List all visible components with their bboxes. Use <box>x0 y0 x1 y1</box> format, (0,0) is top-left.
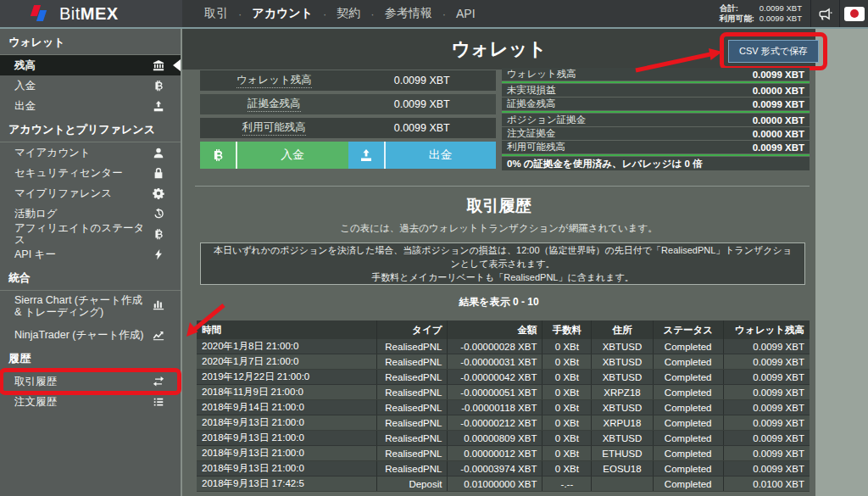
sidebar-item-user[interactable]: マイアカウント <box>0 142 181 163</box>
section-divider <box>195 186 810 187</box>
sidebar-item-bank[interactable]: 残高 <box>0 55 181 75</box>
summary-row: 証拠金残高0.0099 XBT <box>502 98 810 110</box>
sidebar-item-swap[interactable]: 取引履歴 <box>0 371 181 392</box>
table-cell: Completed <box>654 415 724 430</box>
sidebar-item-lock[interactable]: セキュリティセンター <box>0 163 181 183</box>
nav-item-account[interactable]: アカウント <box>242 6 323 21</box>
table-cell: 0 XBt <box>542 446 592 460</box>
table-cell: Completed <box>654 461 724 476</box>
sidebar-item-bar-chart[interactable]: Sierra Chart (チャート作成 & トレーディング) <box>0 291 181 325</box>
nav-item-trade[interactable]: 取引 <box>194 6 238 21</box>
table-cell: 0 XBt <box>542 354 592 369</box>
table-cell: RealisedPNL <box>377 400 448 415</box>
table-row: 2018年9月13日 17:42:5Deposit0.01000000 XBT-… <box>197 476 810 492</box>
summary-label: 注文証拠金 <box>507 127 556 140</box>
balance-value: 0.0099 XBT <box>394 75 450 86</box>
table-row: 2019年12月22日 21:00:0RealisedPNL-0.0000004… <box>197 370 810 385</box>
japan-flag-icon <box>844 7 865 21</box>
table-cell: XBTUSD <box>592 354 653 369</box>
table-cell: -.-- <box>542 476 592 491</box>
table-cell: 2018年9月13日 21:00:0 <box>197 461 377 476</box>
sidebar-item-history[interactable]: 活動ログ <box>0 203 181 224</box>
table-cell: XRPU18 <box>592 415 653 430</box>
table-cell: 2018年9月13日 17:42:5 <box>197 476 377 491</box>
language-selector[interactable] <box>839 0 868 27</box>
megaphone-icon <box>818 7 832 21</box>
summary-label: 未実現損益 <box>507 84 556 97</box>
sidebar-item-label: API キー <box>14 248 152 260</box>
sidebar-item-label: アフィリエイトのステータス <box>14 222 152 247</box>
sidebar-item-label: 残高 <box>14 59 152 71</box>
sidebar-item-list[interactable]: 注文履歴 <box>0 392 181 412</box>
green-divider <box>502 154 810 156</box>
column-header: タイプ <box>377 320 448 339</box>
sidebar: ウォレット残高入金出金アカウントとプリファレンスマイアカウントセキュリティセンタ… <box>0 29 182 496</box>
table-cell: RealisedPNL <box>377 354 448 369</box>
sidebar-item-bitcoin[interactable]: 入金 <box>0 75 181 96</box>
table-cell: Completed <box>654 431 724 445</box>
sidebar-item-label: 入金 <box>14 80 152 92</box>
table-row: 2018年9月13日 21:00:0RealisedPNL0.00000809 … <box>197 431 810 446</box>
summary-value: 0.0099 XBT <box>753 70 804 80</box>
bar-chart-icon <box>152 298 165 311</box>
bitcoin-icon <box>152 79 165 92</box>
table-cell: 0 XBt <box>542 461 592 476</box>
nav-item-api[interactable]: API <box>446 7 486 20</box>
table-row: 2018年9月13日 21:00:0RealisedPNL-0.00000212… <box>197 415 810 431</box>
brand-name: BitMEX <box>59 4 119 24</box>
brand[interactable]: BitMEX <box>0 0 182 27</box>
table-cell: 0 XBt <box>542 370 592 384</box>
table-cell: -0.00000031 XBT <box>448 354 542 369</box>
summary-value: 0.0099 XBT <box>753 142 804 153</box>
nav-item-contracts[interactable]: 契約 <box>326 6 370 21</box>
deposit-button[interactable]: 入金 <box>200 142 348 169</box>
sidebar-item-upload[interactable]: 出金 <box>0 96 181 116</box>
active-item-marker <box>173 59 181 71</box>
swap-icon <box>152 375 165 388</box>
table-cell: XBTUSD <box>592 431 653 445</box>
history-note: 本日いずれかのポジションを決済した場合、当該ポジションの損益は、12:00（協定… <box>200 242 805 285</box>
available-value: 0.0099 XBT <box>760 14 802 24</box>
summary-row: ウォレット残高0.0099 XBT <box>502 68 810 81</box>
summary-row: ポジション証拠金0.0000 XBT <box>502 114 810 126</box>
table-row: 2020年1月8日 21:00:0RealisedPNL-0.00000028 … <box>197 339 810 354</box>
history-title: 取引履歴 <box>182 195 815 217</box>
balance-panel: ウォレット残高0.0099 XBT証拠金残高0.0099 XBT利用可能残高0.… <box>200 70 496 169</box>
total-value: 0.0099 XBT <box>760 3 802 14</box>
summary-row: 注文証拠金0.0000 XBT <box>502 127 810 140</box>
table-cell: Completed <box>654 354 724 369</box>
sidebar-item-line-chart[interactable]: NinjaTrader (チャート作成) <box>0 325 181 345</box>
top-navbar: BitMEX 取引· アカウント· 契約· 参考情報· API 合計: 0.00… <box>0 0 868 29</box>
sidebar-item-bolt[interactable]: API キー <box>0 244 181 265</box>
upload-icon <box>348 142 386 169</box>
sidebar-section-title: 履歴 <box>0 345 181 371</box>
table-cell: Deposit <box>377 476 448 491</box>
table-cell: 0 XBt <box>542 385 592 399</box>
withdraw-button[interactable]: 出金 <box>348 142 497 169</box>
nav-item-references[interactable]: 参考情報 <box>375 6 442 21</box>
table-cell: 0.0099 XBT <box>724 415 810 430</box>
announcements-button[interactable] <box>810 0 839 27</box>
balance-value: 0.0099 XBT <box>394 122 450 134</box>
table-cell: 2019年12月22日 21:00:0 <box>197 370 377 384</box>
balance-label: 利用可能残高 <box>242 120 306 136</box>
table-cell: Completed <box>654 339 724 354</box>
summary-value: 0.0099 XBT <box>753 99 804 109</box>
save-csv-button[interactable]: CSV 形式で保存 <box>728 40 819 63</box>
sidebar-item-label: 注文履歴 <box>14 396 152 408</box>
column-header: ウォレット残高 <box>724 320 810 339</box>
table-cell: XRPZ18 <box>592 385 653 399</box>
table-row: 2018年9月13日 21:00:0RealisedPNL0.00000012 … <box>197 446 810 461</box>
sidebar-item-gear[interactable]: マイプリファレンス <box>0 183 181 203</box>
available-label: 利用可能: <box>720 14 754 24</box>
history-table-body: 2020年1月8日 21:00:0RealisedPNL-0.00000028 … <box>197 339 810 492</box>
sidebar-item-bitcoin[interactable]: アフィリエイトのステータス <box>0 224 181 244</box>
table-cell: ETHUSD <box>592 446 653 460</box>
line-chart-icon <box>152 328 165 342</box>
table-cell: 2020年1月7日 21:00:0 <box>197 354 377 369</box>
table-cell: XBTUSD <box>592 400 653 415</box>
bitcoin-icon <box>200 142 237 169</box>
csv-annotation-box: CSV 形式で保存 <box>720 32 827 70</box>
sidebar-item-label: セキュリティセンター <box>14 167 152 179</box>
table-cell: RealisedPNL <box>377 446 448 460</box>
